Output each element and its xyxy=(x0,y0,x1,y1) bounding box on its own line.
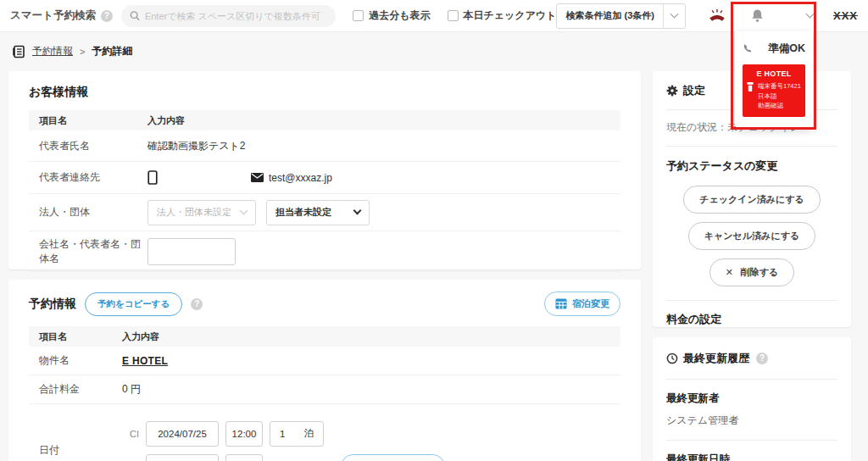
property-name-label: 物件名 xyxy=(29,353,122,368)
status-change-section-title: 予約ステータスの変更 xyxy=(666,158,778,174)
add-search-condition-label[interactable]: 検索条件追加 (3条件) xyxy=(557,4,663,28)
delete-button-label: 削除する xyxy=(741,266,779,279)
table-row-dates: 日付 CI 2024/07/25 12:00 1 泊 CO 2024/07/26… xyxy=(29,404,620,461)
add-search-condition-button[interactable]: 検索条件追加 (3条件) xyxy=(556,3,686,29)
table-row-total-price: 合計料金 0 円 xyxy=(29,375,620,404)
checkin-time-input[interactable]: 12:00 xyxy=(225,421,263,447)
copy-reservation-button[interactable]: 予約をコピーする xyxy=(85,292,182,316)
corporate-group-label: 法人・団体 xyxy=(29,205,147,219)
breadcrumb-current: 予約詳細 xyxy=(92,44,132,58)
delete-button[interactable]: ✕ 削除する xyxy=(709,258,795,286)
phone-device-panel: 準備OK E HOTEL 端末番号17421 日本語 動画確認 xyxy=(735,31,813,129)
device-mode: 動画確認 xyxy=(758,101,801,111)
chevron-down-icon xyxy=(240,207,248,215)
checkin-date-input[interactable]: 2024/07/25 xyxy=(146,421,219,447)
date-label: 日付 xyxy=(29,443,122,458)
manager-select-value: 担当者未設定 xyxy=(275,206,331,219)
corporate-group-select[interactable]: 法人・団体未設定 xyxy=(147,200,256,225)
account-menu-button[interactable] xyxy=(794,14,826,17)
top-bar: スマート予約検索 ? 過去分も表示 本日チェックアウト 検索条件追加 (3条件) xyxy=(0,0,868,32)
app-title: スマート予約検索 xyxy=(10,8,96,23)
customer-table-header: 項目名 入力内容 xyxy=(29,110,620,131)
mark-checked-in-button[interactable]: チェックイン済みにする xyxy=(683,186,821,214)
device-hotel-name: E HOTEL xyxy=(746,69,802,78)
checkout-date-input[interactable]: 2024/07/26 xyxy=(146,454,219,461)
email-value[interactable]: test@xxxaz.jp xyxy=(269,172,332,184)
stay-change-label: 宿泊変更 xyxy=(572,297,609,310)
chevron-down-icon xyxy=(353,207,362,215)
today-checkout-label: 本日チェックアウト xyxy=(464,8,557,23)
reservation-info-title: 予約情報 xyxy=(29,297,76,312)
table-row-representative-contact: 代表者連絡先 test@xxxaz.jp xyxy=(29,162,620,194)
col-input-content: 入力内容 xyxy=(122,330,159,343)
help-icon[interactable]: ? xyxy=(101,10,113,22)
chevron-down-icon xyxy=(806,10,815,19)
settings-title: 設定 xyxy=(683,83,705,98)
email-icon xyxy=(251,173,264,182)
manager-select[interactable]: 担当者未設定 xyxy=(266,200,370,225)
notifications-button[interactable] xyxy=(742,8,774,23)
phone-status-text: 準備OK xyxy=(768,42,805,56)
mark-cancelled-button[interactable]: キャンセル済みにする xyxy=(688,222,815,250)
help-icon[interactable]: ? xyxy=(191,298,203,310)
close-icon: ✕ xyxy=(726,267,733,278)
breadcrumb-reservation-info-link[interactable]: 予約情報 xyxy=(32,44,73,58)
corporate-group-select-value: 法人・団体未設定 xyxy=(157,206,231,219)
topbar-right: 検索条件追加 (3条件) XXX xyxy=(556,3,858,29)
checkin-line: CI 2024/07/25 12:00 1 泊 xyxy=(122,421,445,447)
breadcrumb-separator: > xyxy=(80,47,85,57)
today-checkout-checkbox[interactable] xyxy=(448,10,459,21)
checkout-time-input[interactable]: 10:00 xyxy=(225,454,263,461)
chevron-down-icon xyxy=(670,10,679,19)
last-updater-value: システム管理者 xyxy=(666,414,837,428)
representative-contact-label: 代表者連絡先 xyxy=(29,170,147,185)
bell-icon xyxy=(751,8,764,23)
brand-logo: XXX xyxy=(833,9,858,22)
past-filter[interactable]: 過去分も表示 xyxy=(353,8,430,23)
company-name-input[interactable] xyxy=(147,238,236,265)
company-name-label: 会社名・代表者名・団体名 xyxy=(29,237,147,266)
col-item-name: 項目名 xyxy=(29,114,147,127)
last-update-datetime-label: 最終更新日時 xyxy=(666,453,837,461)
add-condition-caret[interactable] xyxy=(663,4,685,28)
price-section-title: 料金の設定 xyxy=(666,312,721,327)
calendar-input-button[interactable]: カレンダー入力 xyxy=(341,454,445,461)
past-checkbox[interactable] xyxy=(353,10,364,21)
table-row-company-name: 会社名・代表者名・団体名 xyxy=(29,231,620,272)
mobile-phone-icon xyxy=(147,170,158,185)
phone-ringing-icon xyxy=(708,8,726,23)
nights-value: 1 xyxy=(280,429,285,439)
col-item-name: 項目名 xyxy=(29,330,122,343)
device-language: 日本語 xyxy=(758,92,801,102)
phone-status-button[interactable] xyxy=(701,8,733,23)
reservation-doc-icon xyxy=(12,45,25,58)
property-name-link[interactable]: E HOTEL xyxy=(122,355,168,367)
device-card[interactable]: E HOTEL 端末番号17421 日本語 動画確認 xyxy=(743,64,805,117)
today-checkout-filter[interactable]: 本日チェックアウト xyxy=(448,8,557,23)
search-input[interactable] xyxy=(145,11,327,21)
col-input-content: 入力内容 xyxy=(147,114,185,127)
telephone-icon xyxy=(746,81,754,92)
last-updater-label: 最終更新者 xyxy=(666,392,837,406)
customer-info-title: お客様情報 xyxy=(29,85,620,100)
help-icon[interactable]: ? xyxy=(756,353,768,364)
stay-change-icon xyxy=(555,298,567,309)
representative-name-label: 代表者氏名 xyxy=(29,139,147,153)
current-status-label: 現在の状況： xyxy=(666,121,727,133)
history-title: 最終更新履歴 xyxy=(683,351,749,366)
stay-change-button[interactable]: 宿泊変更 xyxy=(544,292,620,316)
last-update-history-card: 最終更新履歴 ? 最終更新者 システム管理者 最終更新日時 xyxy=(653,337,851,461)
table-row-corporate-group: 法人・団体 法人・団体未設定 担当者未設定 xyxy=(29,194,620,231)
past-checkbox-label: 過去分も表示 xyxy=(369,8,430,23)
search-box[interactable] xyxy=(121,5,336,27)
nights-input[interactable]: 1 泊 xyxy=(270,421,324,447)
checkout-line: CO 2024/07/26 10:00 カレンダー入力 xyxy=(122,454,445,461)
device-details: 端末番号17421 日本語 動画確認 xyxy=(758,81,801,111)
reservation-info-card: 予約情報 予約をコピーする ? 宿泊変更 項目名 入力内容 物件名 E HOTE… xyxy=(8,280,641,461)
gear-icon xyxy=(666,85,678,97)
total-price-label: 合計料金 xyxy=(29,382,122,397)
total-price-value: 0 円 xyxy=(122,382,141,397)
table-row-representative-name: 代表者氏名 確認動画撮影テスト2 xyxy=(29,131,620,162)
checkin-label: CI xyxy=(122,429,139,439)
phone-status-row[interactable]: 準備OK xyxy=(743,42,805,56)
